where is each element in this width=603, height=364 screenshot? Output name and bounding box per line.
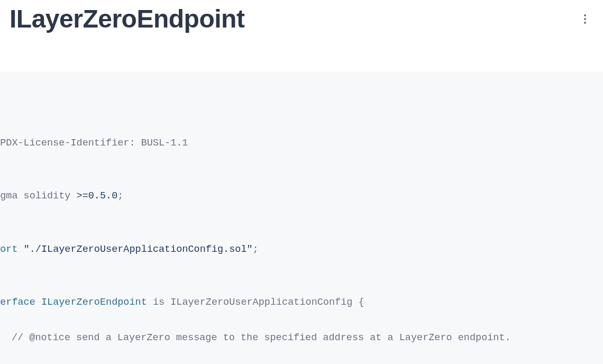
page-title: ILayerZeroEndpoint [10, 4, 244, 33]
more-options-icon[interactable] [579, 13, 591, 25]
code-line-import: nport "./ILayerZeroUserApplicationConfig… [0, 241, 591, 259]
code-line-interface: nterface ILayerZeroEndpoint is ILayerZer… [0, 294, 591, 312]
code-line-pragma: ragma solidity >=0.5.0; [0, 187, 591, 205]
code-comment-notice: // @notice send a LayerZero message to t… [0, 329, 591, 347]
header: ILayerZeroEndpoint [0, 0, 603, 38]
code-block: SPDX-License-Identifier: BUSL-1.1 ragma … [0, 71, 603, 364]
code-line-license: SPDX-License-Identifier: BUSL-1.1 [0, 134, 591, 152]
